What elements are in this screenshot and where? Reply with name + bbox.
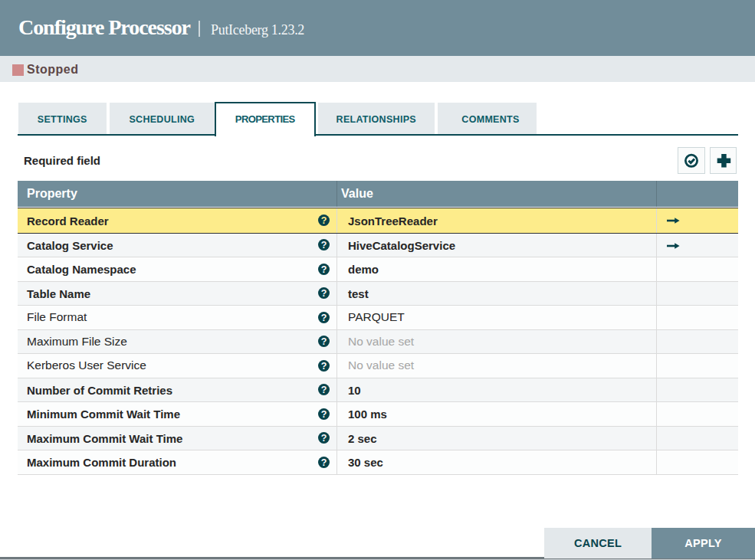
svg-text:?: ? [320,240,327,251]
svg-text:?: ? [320,433,327,444]
svg-text:?: ? [320,264,327,275]
svg-text:?: ? [320,215,327,226]
svg-text:?: ? [320,409,327,420]
svg-text:?: ? [320,385,327,395]
svg-text:?: ? [320,336,327,347]
svg-text:?: ? [320,457,327,468]
svg-text:?: ? [320,361,327,372]
svg-text:?: ? [320,313,327,323]
svg-text:?: ? [320,288,327,299]
